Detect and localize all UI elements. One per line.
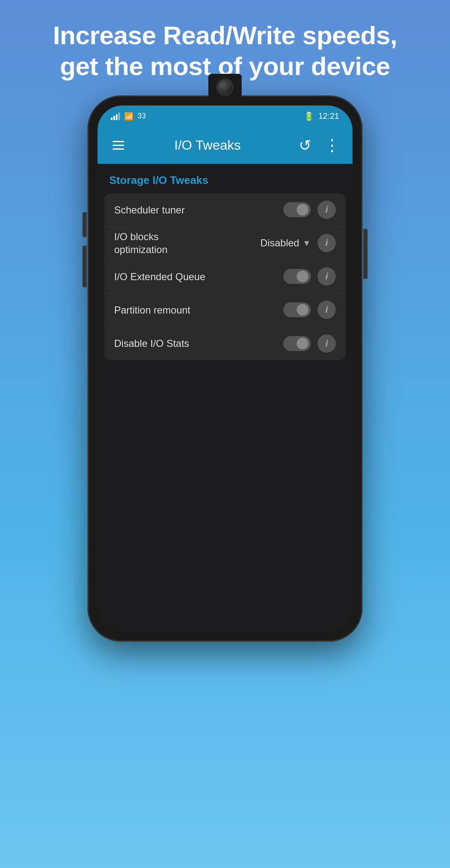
camera-lens <box>217 79 233 95</box>
io-extended-queue-info-button[interactable]: i <box>318 267 336 286</box>
io-blocks-optimization-controls: Disabled ▼ i <box>260 234 336 252</box>
phone-shell: 📶 33 🔋 12:21 I/O Twea <box>88 95 362 642</box>
signal-bar-2 <box>113 116 115 120</box>
status-bar-right: 🔋 12:21 <box>304 111 339 121</box>
battery-icon: 🔋 <box>304 111 314 121</box>
toggle-knob <box>297 338 308 349</box>
signal-bar-4 <box>118 113 120 120</box>
refresh-icon: ↺ <box>299 137 311 154</box>
more-options-button[interactable]: ⋮ <box>322 136 341 155</box>
disable-io-stats-controls: i <box>283 334 336 353</box>
io-extended-queue-controls: i <box>283 267 336 286</box>
scheduler-tuner-toggle[interactable] <box>283 202 311 217</box>
settings-card: Scheduler tuner i I/O blocksoptimiz <box>104 193 346 360</box>
toggle-knob <box>297 204 308 216</box>
disable-io-stats-row: Disable I/O Stats i <box>104 327 346 360</box>
app-toolbar: I/O Tweaks ↺ ⋮ <box>98 127 352 164</box>
camera-notch <box>208 74 242 100</box>
hamburger-menu-button[interactable] <box>109 136 128 155</box>
toggle-knob <box>297 271 308 282</box>
partition-remount-label: Partition remount <box>114 304 283 316</box>
more-icon: ⋮ <box>324 136 339 155</box>
disable-io-stats-toggle[interactable] <box>283 336 311 351</box>
io-blocks-optimization-info-button[interactable]: i <box>318 234 336 252</box>
io-blocks-optimization-row: I/O blocksoptimization Disabled ▼ i <box>104 227 346 260</box>
headline-line1: Increase Read/Write speeds, <box>53 21 397 50</box>
signal-bar-1 <box>111 118 112 120</box>
signal-bar-3 <box>116 114 118 120</box>
io-extended-queue-toggle[interactable] <box>283 269 311 284</box>
volume-up-button <box>82 212 87 237</box>
info-icon: i <box>325 238 328 248</box>
partition-remount-row: Partition remount i <box>104 294 346 327</box>
info-icon: i <box>325 204 328 215</box>
headline: Increase Read/Write speeds, get the most… <box>28 0 422 82</box>
info-icon: i <box>325 304 328 315</box>
scheduler-tuner-controls: i <box>283 201 336 219</box>
partition-remount-info-button[interactable]: i <box>318 301 336 319</box>
wifi-icon: 📶 <box>124 112 133 121</box>
dropdown-value: Disabled <box>260 237 299 249</box>
scheduler-tuner-label: Scheduler tuner <box>114 203 283 216</box>
volume-down-button <box>82 246 87 287</box>
io-blocks-optimization-dropdown[interactable]: Disabled ▼ <box>260 237 311 249</box>
phone-mockup: 📶 33 🔋 12:21 I/O Twea <box>88 95 362 642</box>
partition-remount-toggle[interactable] <box>283 302 311 317</box>
scheduler-tuner-info-button[interactable]: i <box>318 201 336 219</box>
screen-content: Storage I/O Tweaks Scheduler tuner i <box>98 164 352 565</box>
disable-io-stats-info-button[interactable]: i <box>318 334 336 353</box>
info-icon: i <box>325 338 328 349</box>
hamburger-icon <box>112 141 124 150</box>
dropdown-arrow-icon: ▼ <box>302 238 311 248</box>
time-display: 12:21 <box>318 111 339 121</box>
status-bar-left: 📶 33 <box>111 112 146 121</box>
refresh-button[interactable]: ↺ <box>296 136 314 155</box>
io-extended-queue-label: I/O Extended Queue <box>114 270 283 283</box>
section-header: Storage I/O Tweaks <box>98 164 352 193</box>
toolbar-title: I/O Tweaks <box>128 138 288 153</box>
section-title: Storage I/O Tweaks <box>109 174 208 186</box>
battery-level: 33 <box>138 112 146 120</box>
scheduler-tuner-row: Scheduler tuner i <box>104 193 346 227</box>
disable-io-stats-label: Disable I/O Stats <box>114 337 283 350</box>
info-icon: i <box>325 271 328 282</box>
status-bar: 📶 33 🔋 12:21 <box>98 105 352 127</box>
io-blocks-optimization-label: I/O blocksoptimization <box>114 230 260 256</box>
screen-empty-area <box>98 365 352 565</box>
phone-screen: 📶 33 🔋 12:21 I/O Twea <box>98 105 352 632</box>
io-extended-queue-row: I/O Extended Queue i <box>104 260 346 294</box>
toggle-knob <box>297 304 308 316</box>
power-button <box>363 229 368 279</box>
signal-icon <box>111 113 120 120</box>
partition-remount-controls: i <box>283 301 336 319</box>
